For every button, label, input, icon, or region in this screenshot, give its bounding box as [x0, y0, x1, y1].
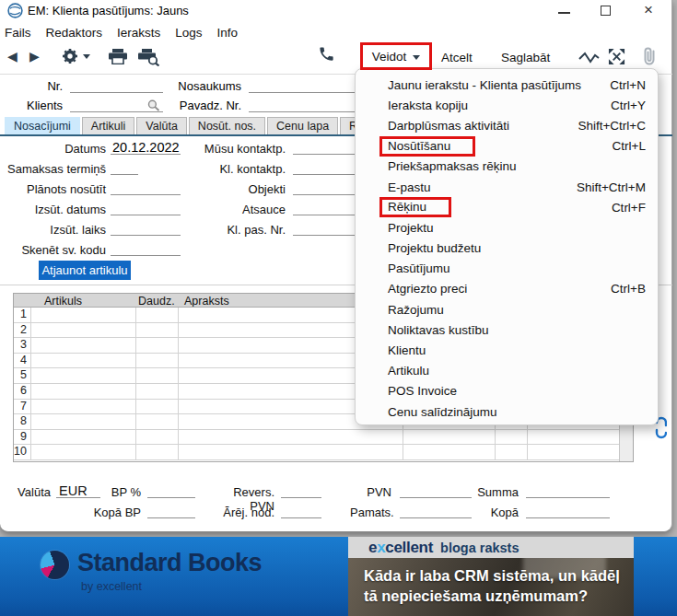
gear-icon[interactable]	[61, 47, 79, 65]
field-label: Izsūt. datums	[0, 203, 106, 216]
excellent-brand: excellent	[368, 539, 433, 557]
menu-item[interactable]: Rēķinu Ctrl+F	[356, 197, 658, 217]
pavadz-label: Pavadz. Nr.	[138, 99, 241, 112]
menubar-item[interactable]: Fails	[5, 26, 31, 40]
kopa-input[interactable]	[526, 503, 610, 518]
field-input[interactable]	[111, 240, 181, 256]
summa-input[interactable]	[526, 482, 610, 498]
field-label: Kl. pas. Nr.	[180, 223, 286, 237]
field-input[interactable]	[111, 200, 181, 215]
table-row[interactable]: 9	[14, 430, 633, 446]
menu-shortcut: Ctrl+N	[610, 78, 646, 92]
menu-item[interactable]: Noliktavas kustību	[356, 320, 658, 340]
chevron-down-icon	[413, 55, 420, 60]
menu-item[interactable]: POS Invoice	[356, 381, 658, 401]
veidot-button-label: Veidot	[372, 50, 407, 64]
activity-zigzag-icon[interactable]	[578, 52, 600, 64]
ad-banner[interactable]: Standard Books by excellent excellent bl…	[0, 537, 677, 616]
expand-icon[interactable]	[608, 48, 625, 65]
nosaukums-label: Nosaukums	[138, 79, 241, 93]
saglabat-button[interactable]: Saglabāt	[501, 51, 550, 64]
standard-books-logo-text: Standard Books	[77, 549, 262, 577]
minimize-button[interactable]	[558, 12, 570, 14]
veidot-button-highlighted[interactable]: Veidot	[360, 42, 432, 70]
menu-item[interactable]: Ieraksta kopiju Ctrl+Y	[356, 95, 658, 115]
kopa-bp-input[interactable]	[147, 503, 195, 518]
field-label: Atsauce	[180, 203, 286, 216]
menu-item[interactable]: Darbplūsmas aktivitāti Shift+Ctrl+C	[356, 115, 658, 135]
menu-item[interactable]: Projektu budžetu	[356, 238, 658, 259]
menu-shortcut: Ctrl+L	[613, 139, 646, 153]
row-number: 1	[14, 308, 31, 322]
menu-shortcut: Ctrl+F	[612, 201, 646, 215]
blog-headline: Kāda ir laba CRM sistēma, un kādēļ tā ne…	[364, 565, 620, 606]
menubar-item[interactable]: Ieraksts	[117, 26, 160, 40]
print-icon[interactable]	[108, 49, 128, 64]
phone-icon[interactable]	[318, 45, 335, 63]
gear-dropdown-caret[interactable]	[83, 54, 90, 59]
pamats-input[interactable]	[400, 503, 472, 518]
menu-shortcut: Shift+Ctrl+M	[577, 180, 646, 194]
menu-shortcut: Shift+Ctrl+C	[578, 119, 646, 133]
title-bar: EM: Klienta pasūtījums: Jauns ×	[0, 0, 671, 22]
menu-item[interactable]: Ražojumu	[356, 299, 658, 320]
valuta-value: EUR	[59, 483, 88, 498]
menu-item[interactable]: Nosūtīšanu Ctrl+L	[356, 136, 658, 157]
nav-back-icon[interactable]: ◀	[7, 49, 18, 64]
field-label: Mūsu kontaktp.	[180, 142, 286, 156]
form-field-row: Izsūt. laiks	[0, 219, 184, 239]
tab[interactable]: Nosacījumi	[5, 117, 80, 134]
maximize-button[interactable]	[601, 6, 611, 16]
menu-bar: Fails Redaktors Ieraksts Logs Info	[5, 26, 238, 40]
blog-photo: Kāda ir laba CRM sistēma, un kādēļ tā ne…	[348, 558, 634, 616]
field-label: Objekti	[180, 182, 286, 196]
by-excellent-text: by excellent	[81, 580, 142, 593]
revers-pvn-input[interactable]	[281, 482, 321, 498]
print-preview-icon[interactable]	[137, 49, 160, 66]
menubar-item[interactable]: Redaktors	[46, 26, 103, 40]
menu-item[interactable]: Artikulu	[356, 361, 658, 381]
blog-post-card[interactable]: excellent bloga raksts Kāda ir laba CRM …	[348, 537, 634, 616]
table-row[interactable]: 10	[14, 445, 633, 460]
atcelt-button[interactable]: Atcelt	[441, 51, 473, 64]
nr-label: Nr.	[0, 79, 63, 93]
atjaunot-artikulu-button[interactable]: Atjaunot artikulu	[39, 261, 131, 280]
tab[interactable]: Nosūt. nos.	[189, 117, 265, 134]
field-label: Samaksas termiņš	[0, 162, 106, 176]
pvn-input[interactable]	[400, 482, 472, 498]
veidot-dropdown-menu: Jaunu ierakstu - Klienta pasūtījums Ctrl…	[355, 68, 659, 425]
valuta-label: Valūta	[0, 485, 51, 499]
row-number: 9	[14, 430, 31, 445]
menu-item[interactable]: Atgriezto preci Ctrl+B	[356, 279, 658, 299]
col-daudz: Daudz.	[136, 294, 179, 307]
tab[interactable]: Valūta	[136, 117, 187, 134]
menu-item[interactable]: Projektu	[356, 217, 658, 238]
menu-item[interactable]: Klientu	[356, 340, 658, 360]
menu-shortcut: Ctrl+B	[611, 282, 646, 296]
arej-nod-input[interactable]	[281, 503, 321, 518]
close-button[interactable]: ×	[644, 1, 653, 19]
menu-shortcut: Ctrl+Y	[611, 99, 646, 112]
menubar-item[interactable]: Info	[217, 26, 239, 40]
field-input[interactable]	[111, 180, 181, 195]
form-field-row: Plānots nosūtīt	[0, 179, 184, 199]
field-input[interactable]	[111, 159, 138, 175]
paperclip-icon[interactable]	[642, 46, 657, 66]
field-input[interactable]	[111, 220, 181, 236]
menu-item[interactable]: Priekšapmaksas rēķinu	[356, 157, 658, 177]
menu-item[interactable]: E-pastu Shift+Ctrl+M	[356, 177, 658, 197]
pvn-label: PVN	[350, 485, 391, 499]
bp-input[interactable]	[147, 482, 195, 498]
nav-forward-icon[interactable]: ▶	[29, 49, 40, 64]
field-label: Plānots nosūtīt	[0, 182, 106, 196]
app-icon	[7, 3, 23, 18]
menu-item[interactable]: Pasūtījumu	[356, 259, 658, 279]
row-number: 8	[14, 414, 31, 429]
field-value: 20.12.2022	[112, 140, 180, 155]
row-number: 6	[14, 384, 31, 399]
menubar-item[interactable]: Logs	[175, 26, 202, 40]
menu-item[interactable]: Cenu salīdzinājumu	[356, 401, 658, 422]
tab[interactable]: Artikuli	[82, 117, 135, 134]
menu-item[interactable]: Jaunu ierakstu - Klienta pasūtījums Ctrl…	[356, 75, 658, 95]
tab[interactable]: Cenu lapa	[267, 117, 338, 134]
